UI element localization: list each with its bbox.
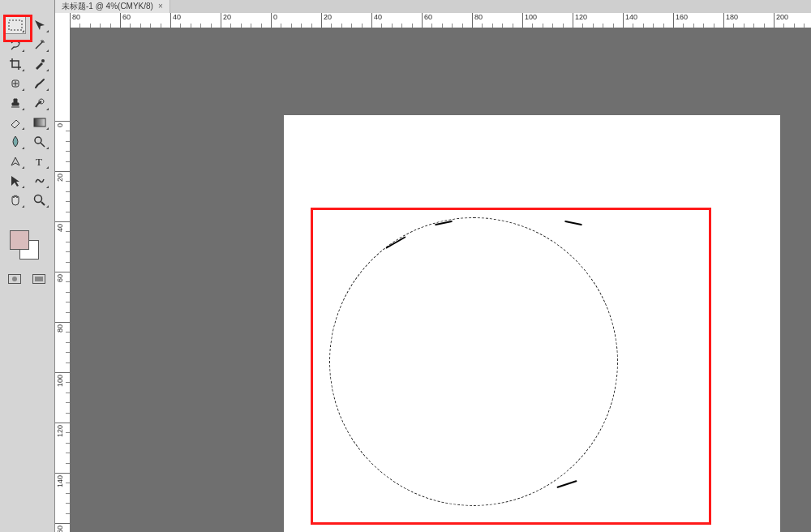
ruler-h-label: 20: [223, 13, 231, 21]
ruler-v-label: 120: [56, 425, 64, 437]
eyedropper-tool[interactable]: [29, 55, 50, 73]
ruler-h-tick: 80: [472, 13, 508, 28]
history-brush-tool[interactable]: [29, 94, 50, 112]
ruler-v-label: 160: [56, 526, 64, 532]
standard-mode-icon[interactable]: [6, 272, 23, 285]
hand-tool[interactable]: [5, 191, 26, 209]
ruler-h-tick: 160: [673, 13, 710, 28]
ruler-h-tick: 200: [774, 13, 810, 28]
ruler-h-label: 160: [676, 13, 688, 21]
screen-mode-icon[interactable]: [31, 272, 47, 285]
lasso-tool[interactable]: [5, 36, 26, 54]
svg-rect-0: [9, 20, 22, 30]
ruler-h-tick: 80: [70, 13, 106, 28]
toolbox: T: [0, 0, 55, 532]
ruler-v-tick: 100: [55, 372, 70, 373]
crop-tool[interactable]: [5, 55, 26, 73]
ruler-h-label: 80: [72, 13, 80, 21]
ruler-v-tick: 160: [55, 523, 70, 524]
ruler-h-tick: 20: [221, 13, 257, 28]
ruler-h-label: 60: [122, 13, 131, 21]
ruler-v-label: 80: [56, 324, 64, 332]
ruler-h-label: 0: [273, 13, 277, 21]
ruler-v-label: 40: [56, 224, 64, 232]
ruler-h-label: 100: [525, 13, 537, 21]
foreground-color-swatch[interactable]: [10, 230, 29, 250]
ruler-h-label: 140: [625, 13, 637, 21]
color-swatch[interactable]: [8, 229, 41, 261]
ruler-h-tick: 0: [271, 13, 307, 28]
shape-tool[interactable]: [29, 172, 50, 190]
dodge-tool[interactable]: [29, 133, 50, 151]
zoom-tool[interactable]: [29, 191, 50, 209]
ruler-h-tick: 40: [170, 13, 207, 28]
ruler-vertical[interactable]: 020406080100120140160: [55, 28, 71, 532]
marquee-selection[interactable]: [329, 217, 618, 506]
ruler-h-tick: 120: [573, 13, 609, 28]
ruler-h-label: 80: [474, 13, 483, 21]
heal-tool[interactable]: [5, 75, 26, 92]
ruler-v-tick: 20: [55, 171, 70, 172]
ruler-h-label: 40: [374, 13, 382, 21]
ruler-v-label: 0: [56, 123, 64, 127]
ruler-h-tick: 180: [723, 13, 760, 28]
svg-point-4: [35, 137, 41, 144]
gradient-tool[interactable]: [29, 114, 50, 131]
ruler-v-label: 140: [56, 475, 64, 487]
brush-tool[interactable]: [29, 75, 50, 92]
canvas-stage[interactable]: [70, 28, 811, 532]
close-icon[interactable]: ×: [158, 0, 163, 13]
ruler-h-tick: 20: [321, 13, 358, 28]
svg-point-6: [35, 195, 42, 203]
svg-point-1: [41, 59, 45, 62]
ruler-v-label: 20: [56, 174, 64, 182]
ruler-v-label: 100: [56, 375, 64, 387]
ruler-v-tick: 140: [55, 473, 70, 474]
ruler-horizontal[interactable]: 80604020020406080100120140160180200: [55, 13, 811, 28]
svg-rect-10: [35, 277, 43, 281]
ruler-v-tick: 40: [55, 221, 70, 222]
ruler-h-label: 120: [575, 13, 587, 21]
ruler-h-tick: 140: [623, 13, 659, 28]
pen-tool[interactable]: [5, 152, 26, 170]
document-tab[interactable]: 未标题-1 @ 4%(CMYK/8) ×: [55, 0, 170, 13]
eraser-tool[interactable]: [5, 114, 26, 131]
ruler-v-tick: 120: [55, 423, 70, 423]
move-tool[interactable]: [29, 16, 50, 34]
svg-text:T: T: [36, 156, 42, 167]
path-select-tool[interactable]: [5, 172, 26, 190]
ruler-h-label: 60: [424, 13, 432, 21]
svg-point-8: [12, 277, 17, 281]
ruler-h-tick: 40: [371, 13, 408, 28]
marquee-rect-tool[interactable]: [5, 16, 26, 34]
ruler-v-tick: 0: [55, 121, 70, 122]
ruler-h-label: 40: [173, 13, 181, 21]
ruler-v-tick: 80: [55, 322, 70, 323]
magic-wand-tool[interactable]: [29, 36, 50, 54]
ruler-h-label: 200: [776, 13, 788, 21]
ruler-h-label: 180: [726, 13, 738, 21]
ruler-h-tick: 100: [522, 13, 559, 28]
ruler-h-tick: 60: [422, 13, 458, 28]
ruler-v-label: 60: [56, 274, 64, 282]
ruler-h-label: 20: [324, 13, 332, 21]
type-tool[interactable]: T: [29, 152, 50, 170]
ruler-v-tick: 60: [55, 272, 70, 272]
ruler-h-tick: 60: [120, 13, 157, 28]
blur-tool[interactable]: [5, 133, 26, 151]
document-tab-title: 未标题-1 @ 4%(CMYK/8): [62, 0, 153, 13]
svg-rect-3: [34, 118, 45, 127]
stamp-tool[interactable]: [5, 94, 26, 112]
document-tab-strip: 未标题-1 @ 4%(CMYK/8) ×: [55, 0, 811, 13]
